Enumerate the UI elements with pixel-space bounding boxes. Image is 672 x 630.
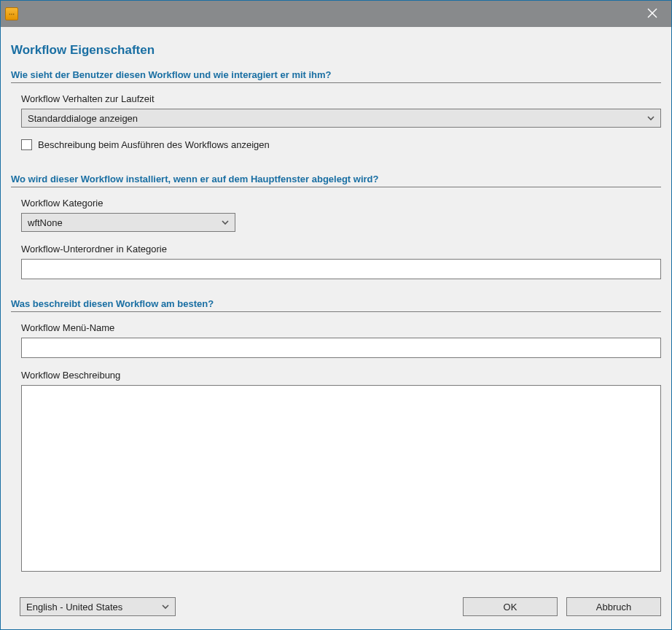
section-heading-install: Wo wird dieser Workflow installiert, wen… (11, 174, 661, 187)
field-subfolder: Workflow-Unterordner in Kategorie (21, 244, 661, 279)
section-heading-interaction: Wie sieht der Benutzer diesen Workflow u… (11, 69, 661, 83)
dialog-content: Workflow Eigenschaften Wie sieht der Ben… (1, 27, 671, 591)
ok-button-label: OK (504, 602, 517, 612)
subfolder-input[interactable] (21, 259, 661, 279)
chevron-down-icon (220, 217, 230, 228)
language-select-value: English - United States (26, 602, 160, 612)
cancel-button-label: Abbruch (596, 602, 631, 612)
description-textarea[interactable] (21, 385, 661, 572)
field-description: Workflow Beschreibung (21, 370, 661, 574)
subfolder-label: Workflow-Unterordner in Kategorie (21, 244, 661, 254)
behavior-label: Workflow Verhalten zur Laufzeit (21, 93, 661, 104)
show-description-checkbox-label[interactable]: Beschreibung beim Ausführen des Workflow… (38, 139, 270, 150)
language-select[interactable]: English - United States (20, 597, 176, 616)
field-menu-name: Workflow Menü-Name (21, 322, 661, 358)
description-label: Workflow Beschreibung (21, 370, 661, 381)
dialog-title: Workflow Eigenschaften (11, 43, 661, 58)
chevron-down-icon (160, 602, 171, 612)
chevron-down-icon (646, 113, 656, 123)
behavior-select[interactable]: Standarddialoge anzeigen (21, 109, 661, 128)
cancel-button[interactable]: Abbruch (566, 597, 661, 616)
field-category: Workflow Kategorie wftNone (21, 198, 661, 232)
behavior-select-value: Standarddialoge anzeigen (28, 113, 646, 124)
menu-name-label: Workflow Menü-Name (21, 322, 661, 333)
category-select-value: wftNone (28, 217, 220, 228)
menu-name-input[interactable] (21, 338, 661, 358)
show-description-checkbox[interactable] (21, 139, 32, 150)
category-select[interactable]: wftNone (21, 213, 235, 232)
ok-button[interactable]: OK (463, 597, 558, 616)
app-icon: ⋯ (5, 7, 18, 20)
section-heading-describe: Was beschreibt diesen Workflow am besten… (11, 298, 661, 312)
dialog-footer: English - United States OK Abbruch (1, 591, 671, 629)
field-behavior: Workflow Verhalten zur Laufzeit Standard… (21, 93, 661, 128)
close-icon (647, 8, 657, 20)
close-button[interactable] (638, 1, 667, 27)
titlebar: ⋯ (1, 1, 671, 27)
show-description-checkbox-row: Beschreibung beim Ausführen des Workflow… (21, 139, 661, 150)
category-label: Workflow Kategorie (21, 198, 661, 209)
